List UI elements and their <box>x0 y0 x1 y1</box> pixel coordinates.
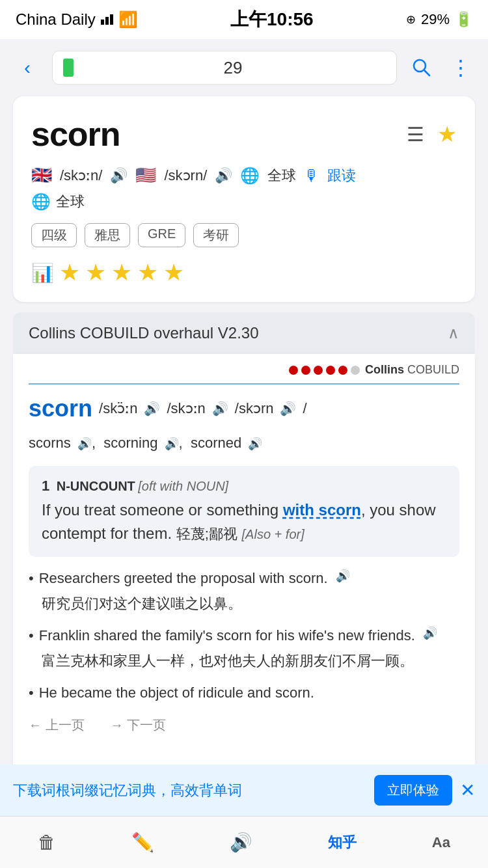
star-4[interactable]: ★ <box>137 259 158 286</box>
example-en-1: • Franklin shared the family's scorn for… <box>29 625 459 646</box>
global-label-2: 全球 <box>56 192 85 211</box>
def-text: If you treat someone or something with s… <box>42 498 446 545</box>
tag-0[interactable]: 四级 <box>31 223 77 247</box>
collins-speaker-2[interactable]: 🔊 <box>212 401 228 416</box>
bottom-nav-zhihu[interactable]: 知乎 <box>328 833 357 852</box>
bullet-2: • <box>29 682 34 703</box>
global-icon-2: 🌐 <box>31 193 51 211</box>
example-item-1: • Franklin shared the family's scorn for… <box>29 625 459 671</box>
chevron-up-icon[interactable]: ∧ <box>448 324 459 342</box>
collins-forms: scorns 🔊, scorning 🔊, scorned 🔊 <box>29 431 459 454</box>
tags-row: 四级 雅思 GRE 考研 <box>31 223 457 247</box>
bullet-0: • <box>29 567 34 589</box>
form-speaker-0[interactable]: 🔊 <box>77 437 92 450</box>
nav-hint-prev[interactable]: ← 上一页 <box>29 716 85 734</box>
page-number: 29 <box>80 58 386 78</box>
nav-green-indicator <box>63 59 74 77</box>
follow-read-label[interactable]: 跟读 <box>327 166 356 185</box>
dot-4 <box>326 366 335 375</box>
signal-bar-3 <box>110 14 113 25</box>
tag-2[interactable]: GRE <box>138 223 185 247</box>
def-pos: N-UNCOUNT <box>57 479 135 493</box>
ad-close-button[interactable]: ✕ <box>460 780 475 801</box>
dot-5 <box>338 366 347 375</box>
bottom-nav: 🗑 ✏️ 🔊 知乎 Aa <box>0 816 488 868</box>
ad-bar: 下载词根词缀记忆词典，高效背单词 立即体验 ✕ <box>0 765 488 816</box>
screen-record-icon: ⊕ <box>406 12 416 27</box>
global-label-1: 全球 <box>267 166 296 185</box>
edit-icon: ✏️ <box>131 832 154 853</box>
def-link[interactable]: with scorn <box>283 501 361 519</box>
us-speaker-icon[interactable]: 🔊 <box>215 167 232 184</box>
example-item-0: • Researchers greeted the proposal with … <box>29 567 459 614</box>
def-header: 1 N-UNCOUNT [oft with NOUN] <box>42 478 446 495</box>
status-right: ⊕ 29% 🔋 <box>406 11 472 28</box>
search-button[interactable] <box>407 53 436 82</box>
example-en-0: • Researchers greeted the proposal with … <box>29 567 459 589</box>
collins-speaker-3[interactable]: 🔊 <box>280 401 296 416</box>
svg-line-1 <box>424 70 429 75</box>
bottom-nav-delete[interactable]: 🗑 <box>38 832 56 853</box>
chart-icon: 📊 <box>31 262 54 284</box>
example-speaker-1[interactable]: 🔊 <box>423 625 437 642</box>
dot-3 <box>314 366 323 375</box>
example-en-text-2: He became the object of ridicule and sco… <box>39 682 314 703</box>
word-header: scorn ☰ ★ <box>31 115 457 154</box>
example-item-2: • He became the object of ridicule and s… <box>29 682 459 703</box>
bookmark-star-icon[interactable]: ★ <box>437 121 457 147</box>
form-speaker-1[interactable]: 🔊 <box>165 437 179 450</box>
form-0: scorns <box>29 435 71 451</box>
uk-speaker-icon[interactable]: 🔊 <box>110 167 128 184</box>
bottom-nav-audio[interactable]: 🔊 <box>230 832 252 853</box>
section-header[interactable]: Collins COBUILD overhaul V2.30 ∧ <box>13 312 475 354</box>
star-2[interactable]: ★ <box>85 259 106 286</box>
mic-icon[interactable]: 🎙 <box>304 167 319 185</box>
collins-pron-2: /skɔːn <box>167 400 205 417</box>
signal-bars <box>101 14 113 25</box>
carrier-label: China Daily <box>16 10 96 29</box>
pron-row-1: 🇬🇧 /skɔːn/ 🔊 🇺🇸 /skɔrn/ 🔊 🌐 全球 🎙 跟读 <box>31 165 457 185</box>
ad-text: 下载词根词缀记忆词典，高效背单词 <box>13 781 366 800</box>
example-en-text-0: Researchers greeted the proposal with sc… <box>39 567 328 589</box>
dot-6 <box>351 366 360 375</box>
audio-icon: 🔊 <box>230 832 252 853</box>
collins-speaker-1[interactable]: 🔊 <box>144 401 160 416</box>
status-left: China Daily 📶 <box>16 10 138 29</box>
nav-hint-next[interactable]: → 下一页 <box>111 716 167 734</box>
ad-cta-button[interactable]: 立即体验 <box>374 775 452 806</box>
uk-flag-icon: 🇬🇧 <box>31 165 52 185</box>
example-cn-1: 富兰克林和家里人一样，也对他夫人的新朋友们不屑一顾。 <box>29 650 459 671</box>
back-button[interactable]: ‹ <box>13 53 42 82</box>
bottom-nav-hints: ← 上一页 → 下一页 <box>29 716 459 760</box>
star-5[interactable]: ★ <box>163 259 184 286</box>
nav-input[interactable]: 29 <box>52 51 397 85</box>
tag-1[interactable]: 雅思 <box>85 223 130 247</box>
nav-bar: ‹ 29 ⋮ <box>0 39 488 96</box>
menu-icon[interactable]: ☰ <box>407 123 424 146</box>
delete-icon: 🗑 <box>38 832 56 853</box>
zhihu-icon: 知乎 <box>328 833 357 852</box>
time-label: 上午10:56 <box>230 7 314 32</box>
bottom-nav-font[interactable]: Aa <box>432 834 450 851</box>
collins-pron-1: /skɔ̈ːn <box>99 400 137 417</box>
stars-row: 📊 ★ ★ ★ ★ ★ <box>31 259 457 286</box>
tag-3[interactable]: 考研 <box>193 223 239 247</box>
example-speaker-0[interactable]: 🔊 <box>336 567 350 585</box>
collins-dots <box>289 366 360 375</box>
collins-headword-row: scorn /skɔ̈ːn 🔊 /skɔːn 🔊 /skɔrn 🔊 / <box>29 395 459 422</box>
collins-pron-3: /skɔrn <box>235 400 274 417</box>
star-1[interactable]: ★ <box>59 259 80 286</box>
form-2: scorned <box>191 435 241 451</box>
example-en-text-1: Franklin shared the family's scorn for h… <box>39 625 415 646</box>
collins-headword: scorn <box>29 395 92 422</box>
us-flag-icon: 🇺🇸 <box>135 165 156 185</box>
star-3[interactable]: ★ <box>111 259 132 286</box>
bullet-1: • <box>29 625 34 646</box>
more-button[interactable]: ⋮ <box>446 53 475 82</box>
dot-2 <box>301 366 310 375</box>
status-bar: China Daily 📶 上午10:56 ⊕ 29% 🔋 <box>0 0 488 39</box>
word-card: scorn ☰ ★ 🇬🇧 /skɔːn/ 🔊 🇺🇸 /skɔrn/ 🔊 🌐 全球… <box>13 96 475 302</box>
def-num: 1 <box>42 478 49 494</box>
bottom-nav-edit[interactable]: ✏️ <box>131 832 154 853</box>
form-speaker-2[interactable]: 🔊 <box>248 437 262 450</box>
